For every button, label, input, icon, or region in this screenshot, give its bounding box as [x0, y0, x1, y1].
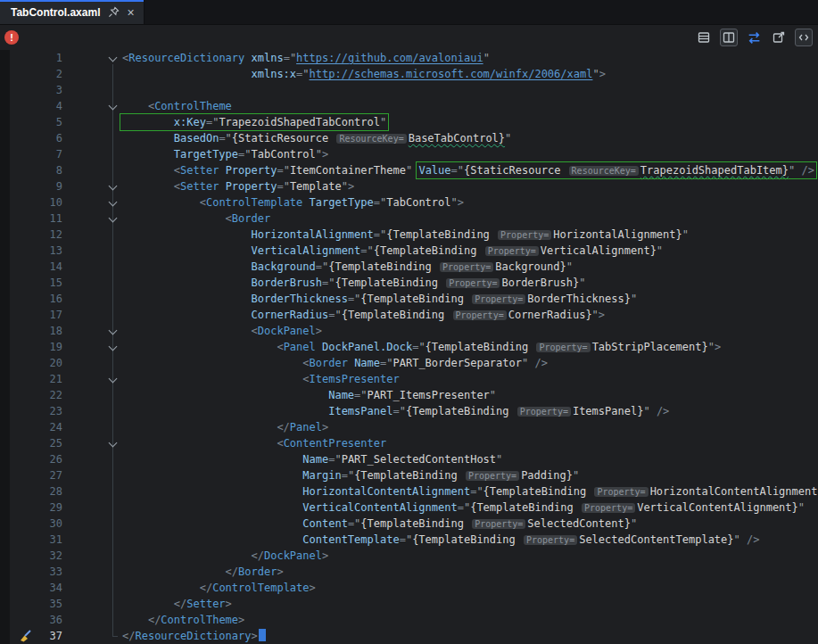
line-number[interactable]: 28 [0, 483, 62, 500]
code-line[interactable]: 15 BorderBrush="{TemplateBinding Propert… [0, 275, 818, 291]
code-line[interactable]: 8 <Setter Property="ItemContainerTheme" … [0, 162, 818, 178]
code-line[interactable]: 35 </Setter> [0, 596, 818, 612]
line-number[interactable]: 17 [0, 307, 62, 323]
code-line[interactable]: 19 <Panel DockPanel.Dock="{TemplateBindi… [0, 339, 818, 355]
code-line[interactable]: 25 <ContentPresenter [0, 435, 818, 451]
line-number[interactable]: 2 [0, 66, 62, 82]
line-number[interactable]: 6 [0, 130, 62, 146]
code-text[interactable]: VerticalContentAlignment="{TemplateBindi… [122, 500, 805, 516]
code-line[interactable]: 31 ContentTemplate="{TemplateBinding Pro… [0, 532, 818, 548]
code-line[interactable]: 5 x:Key="TrapezoidShapedTabControl" [0, 114, 818, 130]
code-text[interactable]: </DockPanel> [122, 548, 328, 564]
code-line[interactable]: 33 </Border> [0, 564, 818, 580]
code-text[interactable]: <Setter Property="ItemContainerTheme" Va… [122, 162, 814, 178]
line-number[interactable]: 15 [0, 275, 62, 291]
code-text[interactable]: ItemsPanel="{TemplateBinding Property=It… [122, 403, 669, 419]
code-text[interactable]: <ItemsPresenter [122, 371, 400, 387]
code-line[interactable]: 16 BorderThickness="{TemplateBinding Pro… [0, 291, 818, 307]
code-text[interactable]: <ContentPresenter [122, 435, 386, 451]
cleanup-broom-icon[interactable] [18, 629, 32, 643]
code-text[interactable]: ContentTemplate="{TemplateBinding Proper… [122, 532, 759, 548]
code-text[interactable]: <DockPanel> [122, 323, 322, 339]
code-text[interactable]: </ControlTemplate> [122, 580, 316, 596]
code-line[interactable]: 4 <ControlTheme [0, 98, 818, 114]
line-number[interactable]: 9 [0, 178, 62, 194]
error-indicator[interactable]: ! [4, 30, 19, 45]
code-text[interactable]: </Panel> [122, 419, 328, 435]
fold-chevron-icon[interactable] [62, 323, 122, 339]
fold-chevron-icon[interactable] [62, 211, 122, 227]
close-tab-icon[interactable]: × [127, 6, 134, 19]
line-number[interactable]: 33 [0, 564, 62, 580]
code-text[interactable]: </ControlTheme> [122, 612, 244, 628]
line-number[interactable]: 11 [0, 211, 62, 227]
line-number[interactable]: 20 [0, 355, 62, 371]
code-line[interactable]: 26 Name="PART_SelectedContentHost" [0, 451, 818, 467]
line-number[interactable]: 12 [0, 227, 62, 243]
code-text[interactable]: <Border [122, 211, 270, 227]
line-number[interactable]: 27 [0, 467, 62, 483]
code-line[interactable]: 1<ResourceDictionary xmlns="https://gith… [0, 50, 818, 66]
code-text[interactable]: Name="PART_SelectedContentHost" [122, 451, 502, 467]
code-line[interactable]: 34 </ControlTemplate> [0, 580, 818, 596]
code-text[interactable]: CornerRadius="{TemplateBinding Property=… [122, 307, 605, 323]
line-number[interactable]: 23 [0, 403, 62, 419]
code-line[interactable]: 36 </ControlTheme> [0, 612, 818, 628]
line-number[interactable]: 14 [0, 259, 62, 275]
code-text[interactable]: HorizontalContentAlignment="{TemplateBin… [122, 483, 818, 500]
code-line[interactable]: 32 </DockPanel> [0, 548, 818, 564]
line-number[interactable]: 10 [0, 194, 62, 211]
line-number[interactable]: 29 [0, 500, 62, 516]
code-line[interactable]: 24 </Panel> [0, 419, 818, 435]
line-number[interactable]: 1 [0, 50, 62, 66]
code-text[interactable]: </Setter> [122, 596, 232, 612]
code-editor[interactable]: 1<ResourceDictionary xmlns="https://gith… [0, 50, 818, 644]
code-line[interactable]: 21 <ItemsPresenter [0, 371, 818, 387]
code-line[interactable]: 23 ItemsPanel="{TemplateBinding Property… [0, 403, 818, 419]
swap-icon[interactable] [745, 29, 763, 46]
line-number[interactable]: 30 [0, 516, 62, 532]
code-line[interactable]: 37</ResourceDictionary> [0, 628, 818, 644]
code-text[interactable]: x:Key="TrapezoidShapedTabControl" [122, 114, 386, 130]
code-text[interactable]: <ControlTheme [122, 98, 232, 114]
split-vertical-icon[interactable] [720, 29, 738, 46]
line-number[interactable]: 4 [0, 98, 62, 114]
line-number[interactable]: 7 [0, 146, 62, 162]
code-line[interactable]: 9 <Setter Property="Template"> [0, 178, 818, 194]
code-text[interactable]: <Panel DockPanel.Dock="{TemplateBinding … [122, 339, 721, 355]
code-text[interactable]: <Border Name="PART_BorderSeparator" /> [122, 355, 548, 371]
code-text[interactable]: <ResourceDictionary xmlns="https://githu… [122, 50, 490, 66]
line-number[interactable]: 24 [0, 419, 62, 435]
code-line[interactable]: 27 Margin="{TemplateBinding Property=Pad… [0, 467, 818, 483]
code-text[interactable]: BasedOn="{StaticResource ResourceKey=Bas… [122, 130, 511, 146]
code-line[interactable]: 30 Content="{TemplateBinding Property=Se… [0, 516, 818, 532]
fold-chevron-icon[interactable] [62, 194, 122, 211]
code-line[interactable]: 13 VerticalAlignment="{TemplateBinding P… [0, 243, 818, 259]
fold-chevron-icon[interactable] [62, 50, 122, 66]
line-number[interactable]: 31 [0, 532, 62, 548]
line-number[interactable]: 18 [0, 323, 62, 339]
structure-rows-icon[interactable] [695, 29, 713, 46]
code-view-icon[interactable] [795, 29, 813, 46]
code-text[interactable]: HorizontalAlignment="{TemplateBinding Pr… [122, 227, 689, 243]
code-line[interactable]: 28 HorizontalContentAlignment="{Template… [0, 483, 818, 500]
code-line[interactable]: 17 CornerRadius="{TemplateBinding Proper… [0, 307, 818, 323]
code-text[interactable]: <Setter Property="Template"> [122, 178, 354, 194]
code-line[interactable]: 22 Name="PART_ItemsPresenter" [0, 387, 818, 403]
code-line[interactable]: 18 <DockPanel> [0, 323, 818, 339]
code-text[interactable]: BorderBrush="{TemplateBinding Property=B… [122, 275, 585, 291]
pin-icon[interactable] [107, 6, 120, 19]
fold-chevron-icon[interactable] [62, 178, 122, 194]
code-line[interactable]: 12 HorizontalAlignment="{TemplateBinding… [0, 227, 818, 243]
code-text[interactable]: Margin="{TemplateBinding Property=Paddin… [122, 467, 579, 483]
code-text[interactable]: </Border> [122, 564, 284, 580]
code-line[interactable]: 2 xmlns:x="http://schemas.microsoft.com/… [0, 66, 818, 82]
line-number[interactable]: 5 [0, 114, 62, 130]
code-text[interactable]: Background="{TemplateBinding Property=Ba… [122, 259, 573, 275]
line-number[interactable]: 19 [0, 339, 62, 355]
code-line[interactable]: 3 [0, 82, 818, 98]
line-number[interactable]: 36 [0, 612, 62, 628]
code-text[interactable]: Name="PART_ItemsPresenter" [122, 387, 496, 403]
code-text[interactable]: BorderThickness="{TemplateBinding Proper… [122, 291, 637, 307]
code-line[interactable]: 10 <ControlTemplate TargetType="TabContr… [0, 194, 818, 211]
